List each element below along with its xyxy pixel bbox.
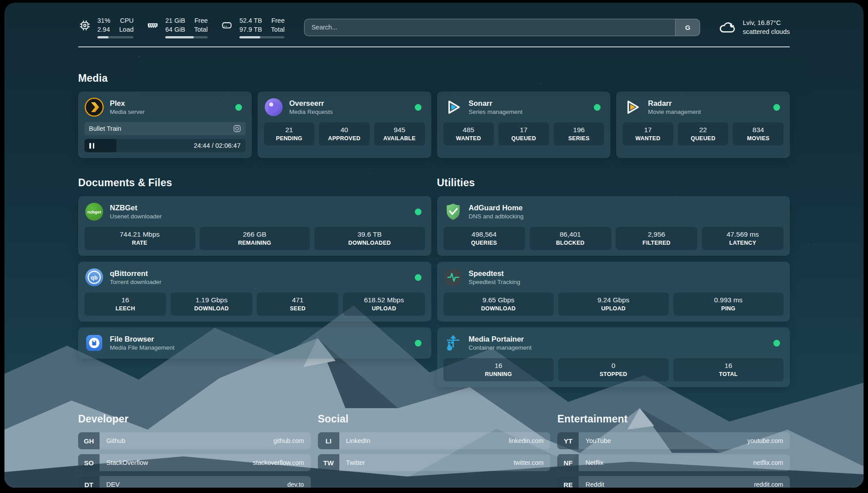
stat-value: 16: [445, 362, 552, 370]
bookmark-stackoverflow[interactable]: SO StackOverflow stackoverflow.com: [78, 454, 311, 471]
bookmark-netflix[interactable]: NF Netflix netflix.com: [557, 454, 790, 471]
cpu-load-label: Load: [119, 25, 134, 34]
app-title: AdGuard Home: [469, 204, 524, 212]
disk-free-label: Free: [271, 16, 285, 25]
stat-label: DOWNLOAD: [172, 305, 250, 312]
stat-approved: 40 APPROVED: [319, 122, 370, 146]
stat-label: UPLOAD: [345, 305, 423, 312]
search-input[interactable]: [305, 19, 675, 36]
media-grid: Plex Media server Bullet Train: [78, 92, 790, 158]
bookmark-name: LinkedIn: [346, 437, 371, 444]
bookmark-url: linkedin.com: [509, 437, 544, 444]
sonarr-card[interactable]: Sonarr Series management 485 WANTED 17 Q…: [437, 92, 611, 158]
stat-label: SEED: [259, 305, 337, 312]
stat-label: UPLOAD: [560, 305, 667, 312]
app-subtitle: Media File Management: [110, 344, 175, 351]
bookmark-abbr: GH: [78, 432, 100, 449]
stat-download: 9.65 Gbps DOWNLOAD: [443, 292, 554, 316]
bookmark-youtube[interactable]: YT YouTube youtube.com: [557, 432, 790, 449]
bookmark-twitter[interactable]: TW Twitter twitter.com: [318, 454, 551, 471]
stat-label: BLOCKED: [531, 240, 609, 246]
status-dot: [235, 104, 242, 111]
section-title-media: Media: [78, 72, 790, 84]
stat-label: WANTED: [445, 135, 492, 142]
cpu-usage: 31%: [97, 16, 110, 25]
radarr-card[interactable]: Radarr Movie management 17 WANTED 22 QUE…: [616, 92, 790, 158]
bookmark-url: netflix.com: [753, 459, 783, 466]
stat-label: DOWNLOAD: [445, 305, 552, 312]
bookmark-reddit[interactable]: RE Reddit reddit.com: [557, 476, 790, 488]
dashboard-window: 31% 2.94 CPU Load: [4, 3, 864, 488]
stat-queued: 17 QUEUED: [498, 122, 549, 146]
stat-label: STOPPED: [560, 371, 667, 377]
bookmark-name: Netflix: [585, 459, 603, 466]
bookmark-url: stackoverflow.com: [253, 459, 304, 466]
stat-label: WANTED: [624, 135, 672, 142]
cpu-progressbar: [97, 36, 134, 38]
stat-download: 1.19 Gbps DOWNLOAD: [171, 292, 252, 316]
stat-value: 2,956: [618, 230, 696, 238]
filebrowser-card[interactable]: File Browser Media File Management: [78, 327, 431, 359]
stat-value: 17: [500, 126, 547, 134]
portainer-card[interactable]: Media Portainer Container management 16 …: [437, 327, 790, 387]
stat-value: 21: [266, 126, 313, 134]
stat-value: 744.21 Mbps: [86, 230, 193, 238]
bookmark-linkedin[interactable]: LI LinkedIn linkedin.com: [318, 432, 551, 449]
now-playing-row: Bullet Train: [84, 122, 246, 135]
stat-seed: 471 SEED: [257, 292, 338, 316]
stat-stopped: 0 STOPPED: [558, 358, 669, 381]
status-dot: [415, 340, 421, 347]
stat-label: PING: [675, 305, 782, 312]
bookmark-name: Github: [106, 437, 125, 444]
cpu-values: 31% 2.94: [97, 16, 110, 34]
app-subtitle: Media Requests: [289, 109, 333, 115]
bookmark-name: StackOverflow: [106, 459, 148, 466]
session-media-icon[interactable]: [233, 125, 241, 133]
nzbget-card[interactable]: nzbget NZBGet Usenet downloader 74: [78, 196, 431, 256]
stat-value: 471: [259, 296, 337, 304]
stat-label: SERIES: [555, 135, 603, 142]
stat-label: QUEUED: [500, 135, 547, 142]
adguard-card[interactable]: AdGuard Home DNS and adblocking 498,564 …: [437, 196, 790, 256]
stat-value: 0.993 ms: [675, 296, 782, 304]
stat-label: MOVIES: [734, 135, 782, 142]
app-subtitle: Media server: [110, 109, 145, 115]
disk-widget: 52.4 TB 97.9 TB Free Total: [220, 16, 284, 38]
search-engine-button[interactable]: G: [675, 19, 700, 36]
stat-wanted: 17 WANTED: [622, 122, 673, 146]
cpu-progress-fill: [97, 36, 108, 38]
stat-label: DOWNLOADED: [316, 240, 423, 246]
app-title: Overseerr: [289, 99, 333, 108]
stat-label: LEECH: [86, 305, 164, 312]
bookmark-github[interactable]: GH Github github.com: [78, 432, 311, 449]
disk-total-label: Total: [271, 25, 285, 34]
pause-button[interactable]: [84, 143, 94, 149]
weather-widget: Lviv, 16.87°C scattered clouds: [718, 18, 790, 37]
playback-progress: 24:44 / 02:06:47: [84, 139, 246, 152]
playback-time: 24:44 / 02:06:47: [194, 142, 246, 149]
disk-values: 52.4 TB 97.9 TB: [239, 16, 262, 34]
plex-icon: [84, 97, 104, 117]
bookmark-abbr: NF: [557, 454, 579, 471]
app-subtitle: Usenet downloader: [110, 213, 162, 220]
bookmark-abbr: SO: [78, 454, 100, 471]
plex-card[interactable]: Plex Media server Bullet Train: [78, 92, 252, 158]
weather-condition: scattered clouds: [743, 27, 790, 36]
stat-latency: 47.569 ms LATENCY: [702, 227, 784, 250]
stat-value: 0: [560, 362, 667, 370]
bookmark-dev[interactable]: DT DEV dev.to: [78, 476, 311, 488]
stat-label: QUERIES: [445, 240, 523, 246]
app-subtitle: Torrent downloader: [110, 279, 162, 285]
qbittorrent-card[interactable]: qb qBittorrent Torrent downloader: [78, 262, 431, 322]
disk-progressbar: [239, 36, 284, 38]
app-title: Sonarr: [469, 99, 523, 108]
speedtest-card[interactable]: Speedtest Speedtest Tracking 9.65 Gbps D…: [437, 262, 790, 322]
bookmark-url: youtube.com: [747, 437, 783, 444]
stat-label: APPROVED: [321, 135, 368, 142]
app-subtitle: Series management: [469, 109, 523, 115]
overseerr-card[interactable]: Overseerr Media Requests 21 PENDING 40 A…: [258, 92, 431, 158]
app-subtitle: Container management: [469, 344, 532, 351]
section-title-documents: Documents & Files: [78, 177, 431, 189]
bookmark-abbr: LI: [318, 432, 339, 449]
app-subtitle: Movie management: [648, 109, 701, 115]
